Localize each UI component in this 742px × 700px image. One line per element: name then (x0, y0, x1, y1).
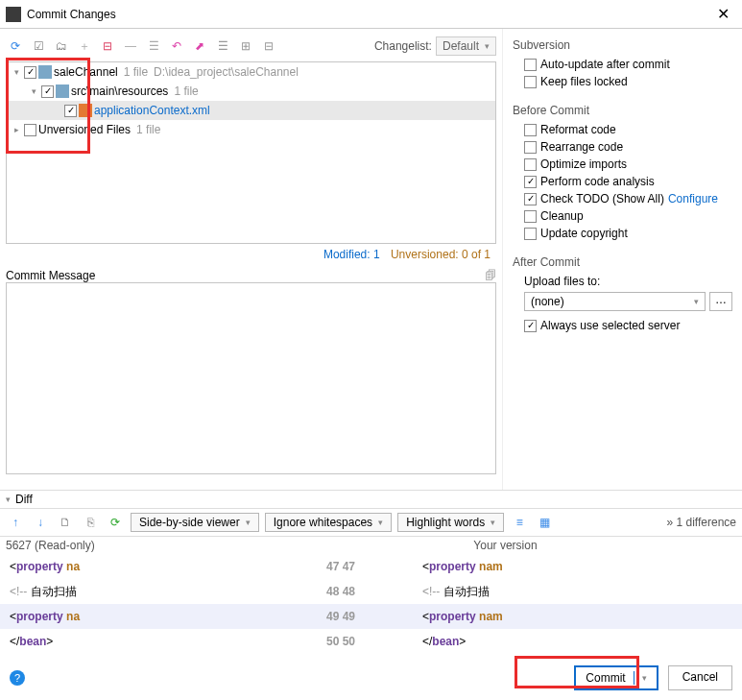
changelist-select[interactable]: Default ▾ (436, 36, 496, 56)
cancel-button[interactable]: Cancel (668, 665, 732, 690)
save-icon[interactable]: 🗋 (56, 513, 75, 532)
changelist-label: Changelist: (374, 39, 432, 53)
app-icon (6, 7, 21, 22)
checkbox-icon[interactable]: ☑ (29, 36, 48, 56)
configure-link[interactable]: Configure (668, 192, 718, 205)
diff-title: Diff (15, 493, 33, 506)
toolbar: ⟳ ☑ 🗂 ＋ ⊟ — ☰ ↶ ⬈ ☰ ⊞ ⊟ Changelist: Defa… (6, 35, 496, 61)
checkbox[interactable] (41, 85, 54, 98)
minus-icon[interactable]: ⊟ (98, 36, 117, 56)
checkbox-always-server[interactable] (524, 320, 537, 332)
chevron-down-icon: ▾ (485, 41, 490, 51)
chevron-right-icon[interactable]: ▸ (11, 125, 22, 134)
tree-row-file[interactable]: applicationContext.xml (7, 101, 495, 120)
refresh-icon[interactable]: ⟳ (6, 36, 25, 56)
checkbox-todo[interactable] (524, 193, 537, 205)
upload-label: Upload files to: (513, 273, 732, 292)
close-icon[interactable]: ✕ (709, 1, 736, 28)
remove-icon[interactable]: — (121, 36, 140, 56)
checkbox-copyright[interactable] (524, 228, 537, 240)
folder-icon (38, 65, 52, 79)
tree-row-root[interactable]: ▾ saleChannel 1 file D:\idea_project\sal… (7, 62, 495, 82)
checkbox-rearrange[interactable] (524, 141, 537, 154)
left-column-header: 5627 (Read-only) (6, 539, 275, 552)
chevron-down-icon[interactable]: ▾ (28, 86, 39, 96)
checkbox-optimize[interactable] (524, 158, 537, 171)
checkbox-reformat[interactable] (524, 124, 537, 136)
chevron-down-icon[interactable]: ▾ (6, 495, 15, 504)
view-btn1-icon[interactable]: ≡ (510, 513, 529, 532)
chevron-down-icon: ▾ (694, 297, 699, 306)
checkbox[interactable] (64, 105, 77, 117)
tree-row-unversioned[interactable]: ▸ Unversioned Files 1 file (7, 120, 495, 139)
action2-icon[interactable]: ☰ (213, 36, 232, 56)
action1-icon[interactable]: ⬈ (190, 36, 209, 56)
tree-row-sub[interactable]: ▾ src\main\resources 1 file (7, 82, 495, 101)
checkbox[interactable] (24, 124, 36, 136)
checkbox-cleanup[interactable] (524, 210, 537, 223)
folder-icon[interactable]: 🗂 (52, 36, 71, 56)
refresh2-icon[interactable]: ⟳ (106, 513, 125, 532)
down-arrow-icon[interactable]: ↓ (31, 513, 50, 532)
right-column-header: Your version (275, 539, 736, 552)
chevron-down-icon: ▾ (642, 673, 647, 683)
plus-icon[interactable]: ＋ (75, 36, 94, 56)
checkbox-auto-update[interactable] (524, 59, 537, 71)
expand-icon[interactable]: ⊞ (236, 36, 255, 56)
upload-select[interactable]: (none) ▾ (524, 292, 706, 311)
section-before-commit: Before Commit (513, 104, 732, 117)
up-arrow-icon[interactable]: ↑ (6, 513, 25, 532)
diff-body: <property na47 47<property nam<!-- 自动扫描4… (0, 554, 742, 654)
highlight-select[interactable]: Highlight words▾ (397, 513, 504, 532)
view-btn2-icon[interactable]: ▦ (535, 513, 554, 532)
folder-icon (56, 84, 69, 98)
whitespace-select[interactable]: Ignore whitespaces▾ (265, 513, 392, 532)
collapse-icon[interactable]: ⊟ (259, 36, 278, 56)
chevron-down-icon[interactable]: ▾ (11, 67, 22, 77)
section-after-commit: After Commit (513, 255, 732, 269)
help-icon[interactable]: ? (10, 670, 25, 686)
section-subversion: Subversion (513, 38, 732, 52)
history-icon[interactable]: 🗐 (485, 269, 496, 282)
open-icon[interactable]: ⎘ (81, 513, 100, 532)
file-tree[interactable]: ▾ saleChannel 1 file D:\idea_project\sal… (6, 61, 496, 244)
checkbox-keep-locked[interactable] (524, 76, 537, 88)
browse-button[interactable]: … (709, 292, 732, 311)
xml-file-icon (79, 104, 92, 117)
undo-icon[interactable]: ↶ (167, 36, 186, 56)
commit-message-input[interactable] (6, 282, 496, 474)
viewer-select[interactable]: Side-by-side viewer▾ (131, 513, 259, 532)
status-line: Modified: 1 Unversioned: 0 of 1 (6, 244, 496, 265)
window-title: Commit Changes (27, 8, 709, 21)
commit-message-label: Commit Message (6, 269, 485, 282)
list-icon[interactable]: ☰ (144, 36, 163, 56)
commit-button[interactable]: Commit ▾ (574, 665, 658, 690)
checkbox-analysis[interactable] (524, 176, 537, 188)
checkbox[interactable] (24, 66, 36, 79)
